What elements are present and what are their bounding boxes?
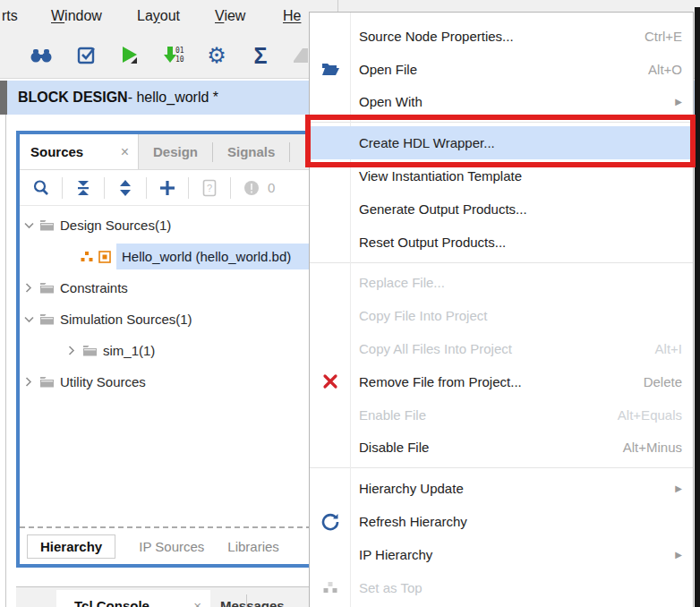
menu-reports-partial[interactable]: rts — [2, 0, 18, 32]
folder-open-icon — [318, 58, 343, 80]
menu-item-generate-output-products[interactable]: Generate Output Products... — [310, 192, 693, 226]
menu-item-remove-file-from-project[interactable]: Remove File from Project... Delete — [310, 365, 693, 398]
submenu-arrow-icon: ▶ — [675, 97, 682, 107]
shortcut-label: Alt+Equals — [618, 407, 682, 423]
tree-item-utility-sources[interactable]: Utility Sources — [20, 366, 312, 398]
menu-window[interactable]: Window — [51, 0, 102, 32]
tab-sources-label: Sources — [30, 144, 83, 159]
shortcut-label: Alt+I — [655, 341, 682, 356]
menu-item-open-file[interactable]: Open File Alt+O — [310, 53, 693, 86]
settings-gear-icon[interactable]: ⚙ — [205, 45, 228, 66]
tree-item-simulation-sources[interactable]: Simulation Sources (1) — [20, 304, 312, 335]
menu-item-set-as-top: Set as Top — [310, 571, 693, 604]
tab-separator — [246, 594, 247, 607]
validate-design-icon[interactable] — [76, 46, 98, 65]
toolbar-separator — [104, 177, 105, 199]
context-menu: Source Node Properties... Ctrl+E Open Fi… — [309, 12, 694, 607]
submenu-arrow-icon: ▶ — [675, 550, 682, 560]
generate-bitstream-icon[interactable]: 01 10 — [162, 45, 185, 66]
menu-help-partial[interactable]: He — [283, 0, 301, 32]
folder-icon — [82, 345, 98, 356]
menu-item-reset-output-products[interactable]: Reset Output Products... — [310, 226, 693, 259]
menu-item-hierarchy-update[interactable]: Hierarchy Update ▶ — [310, 472, 693, 505]
chevron-down-icon[interactable] — [23, 222, 34, 229]
run-icon[interactable] — [119, 45, 141, 66]
add-sources-icon[interactable] — [157, 177, 178, 199]
chevron-right-icon[interactable] — [23, 377, 34, 387]
clipped-red-icon[interactable] — [0, 45, 7, 66]
folder-icon — [39, 282, 55, 294]
menubar-separator — [337, 0, 338, 12]
find-icon[interactable] — [30, 47, 53, 64]
clipped-gray-icon[interactable] — [292, 47, 308, 64]
menu-item-ip-hierarchy[interactable]: IP Hierarchy ▶ — [310, 538, 693, 571]
sources-toolbar: ? 0 — [20, 170, 312, 206]
screen-right-edge — [695, 7, 700, 607]
toolbar-separator — [146, 177, 147, 199]
selected-tree-label: Hello_world (hello_world.bd) — [116, 244, 312, 269]
sources-view-tabs: Hierarchy IP Sources Libraries — [20, 529, 312, 563]
menu-item-replace-file: Replace File... — [310, 267, 693, 300]
tree-item-constraints[interactable]: Constraints — [20, 272, 312, 304]
search-icon[interactable] — [30, 177, 52, 199]
sources-tab-strip: Sources × Design Signals — [20, 134, 312, 170]
console-panel: Tcl Console × Messages — [16, 586, 315, 607]
tab-signals[interactable]: Signals — [213, 134, 289, 169]
messages-count: 0 — [268, 180, 275, 195]
menu-separator — [310, 122, 693, 123]
toolbar-separator — [188, 177, 189, 199]
svg-text:?: ? — [207, 183, 212, 193]
menu-item-copy-file-into-project: Copy File Into Project — [310, 299, 693, 332]
chevron-right-icon[interactable] — [23, 283, 34, 293]
svg-text:01: 01 — [175, 47, 184, 55]
menu-item-view-instantiation-template[interactable]: View Instantiation Template — [310, 159, 693, 192]
block-design-icon — [81, 251, 93, 262]
tree-item-hello-world[interactable]: Hello_world (hello_world.bd) — [20, 241, 312, 272]
menu-item-open-with[interactable]: Open With ▶ — [310, 86, 693, 119]
close-icon[interactable]: × — [121, 144, 129, 160]
menu-layout[interactable]: Layout — [137, 0, 180, 32]
tab-hierarchy[interactable]: Hierarchy — [27, 534, 115, 559]
tab-sources[interactable]: Sources × — [20, 134, 138, 169]
chevron-right-icon[interactable] — [66, 346, 77, 355]
tree-item-sim-1[interactable]: sim_1 (1) — [20, 335, 312, 366]
menu-item-create-hdl-wrapper[interactable]: Create HDL Wrapper... — [310, 126, 693, 159]
folder-icon — [39, 219, 55, 231]
vivado-window: rts Window Layout View He 01 10 ⚙ Σ — [0, 0, 700, 607]
set-as-top-icon — [318, 577, 343, 598]
tab-libraries[interactable]: Libraries — [227, 539, 279, 554]
remove-x-icon — [318, 371, 343, 392]
refresh-icon — [318, 511, 343, 533]
shortcut-label: Ctrl+E — [645, 29, 682, 44]
close-icon[interactable]: × — [193, 598, 201, 607]
menu-item-enable-file: Enable File Alt+Equals — [310, 398, 693, 432]
menu-item-disable-file[interactable]: Disable File Alt+Minus — [310, 432, 693, 465]
svg-text:10: 10 — [175, 56, 184, 64]
collapse-all-icon[interactable] — [73, 177, 94, 199]
tree-item-design-sources[interactable]: Design Sources (1) — [20, 209, 312, 241]
messages-badge-icon — [241, 177, 262, 199]
module-icon — [98, 251, 111, 263]
menu-view[interactable]: View — [215, 0, 245, 32]
panel-edge-block — [0, 81, 7, 115]
tab-tcl-console[interactable]: Tcl Console × — [56, 590, 210, 607]
tab-ip-sources[interactable]: IP Sources — [139, 539, 204, 554]
docked-panel-edge — [5, 115, 6, 607]
menu-item-copy-all-files-into-project: Copy All Files Into Project Alt+I — [310, 332, 693, 365]
shortcut-label: Delete — [644, 374, 682, 389]
expand-all-icon[interactable] — [115, 177, 136, 199]
tab-messages[interactable]: Messages — [220, 598, 285, 607]
block-design-title: BLOCK DESIGN — [18, 90, 128, 106]
tab-separator — [289, 142, 290, 162]
shortcut-label: Alt+Minus — [623, 440, 682, 455]
toolbar-separator — [230, 177, 231, 199]
folder-icon — [39, 376, 55, 388]
folder-icon — [39, 313, 55, 325]
menu-item-refresh-hierarchy[interactable]: Refresh Hierarchy — [310, 505, 693, 538]
tab-design[interactable]: Design — [138, 134, 212, 169]
chevron-down-icon[interactable] — [23, 316, 34, 323]
menu-item-source-node-properties[interactable]: Source Node Properties... Ctrl+E — [310, 20, 693, 53]
report-sigma-icon[interactable]: Σ — [250, 44, 271, 66]
sources-panel: Sources × Design Signals — [16, 131, 315, 568]
toolbar-separator — [62, 177, 63, 199]
